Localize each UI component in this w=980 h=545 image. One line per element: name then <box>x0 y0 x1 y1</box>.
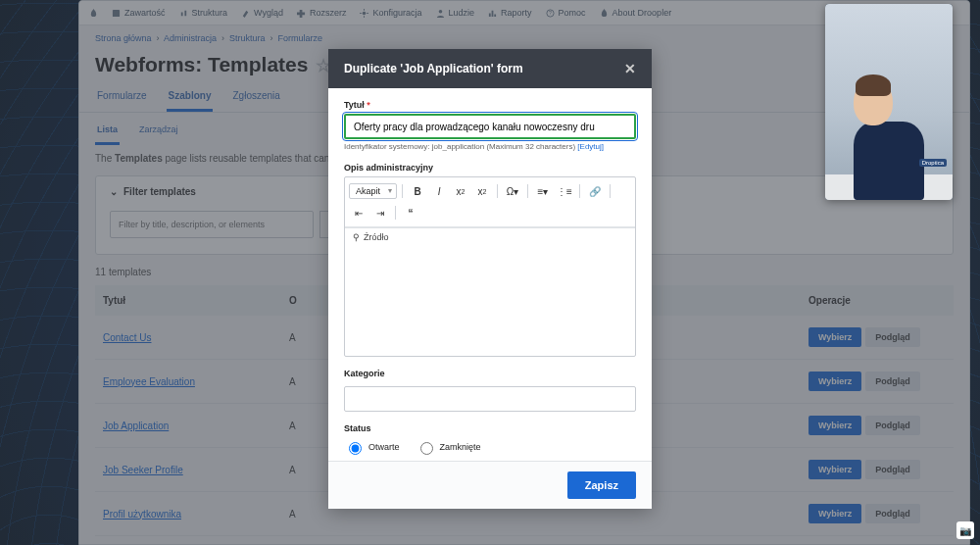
omega-icon[interactable]: Ω▾ <box>503 181 522 201</box>
machine-name-hint: Identyfikator systemowy: job_application… <box>344 142 636 151</box>
status-open-radio[interactable]: Otwarte <box>344 439 400 455</box>
quote-icon[interactable]: “ <box>401 203 420 223</box>
title-input[interactable] <box>344 114 636 139</box>
title-label: Tytuł * <box>344 100 636 110</box>
link-icon[interactable]: 🔗 <box>585 181 605 201</box>
categories-input[interactable] <box>344 386 636 412</box>
categories-label: Kategorie <box>344 369 636 378</box>
rte-toolbar: Akapit B I x2 x2 Ω▾ ≡▾ ⋮≡ 🔗 ⇤ ⇥ “ <box>345 177 635 227</box>
format-select[interactable]: Akapit <box>349 183 397 199</box>
numlist-icon[interactable]: ≡▾ <box>533 181 553 201</box>
rich-text-editor: Akapit B I x2 x2 Ω▾ ≡▾ ⋮≡ 🔗 ⇤ ⇥ “ <box>344 176 636 357</box>
camera-icon[interactable]: 📷 <box>956 521 974 539</box>
modal-title: Duplicate 'Job Application' form <box>344 62 523 75</box>
bold-icon[interactable]: B <box>408 181 427 201</box>
bullist-icon[interactable]: ⋮≡ <box>555 181 574 201</box>
status-closed-radio[interactable]: Zamknięte <box>416 439 481 455</box>
rte-textarea[interactable] <box>345 246 635 356</box>
edit-machine-name-link[interactable]: [Edytuj] <box>577 142 604 151</box>
shirt-logo: Droptica <box>919 159 947 167</box>
superscript-icon[interactable]: x2 <box>472 181 492 201</box>
code-icon: ⚲ <box>353 232 360 242</box>
source-button[interactable]: ⚲ Źródło <box>345 227 635 246</box>
duplicate-modal: Duplicate 'Job Application' form ✕ Tytuł… <box>328 49 652 509</box>
subscript-icon[interactable]: x2 <box>451 181 470 201</box>
italic-icon[interactable]: I <box>429 181 449 201</box>
indent-icon[interactable]: ⇥ <box>370 203 390 223</box>
modal-header: Duplicate 'Job Application' form ✕ <box>328 49 652 88</box>
status-label: Status <box>344 423 636 433</box>
close-icon[interactable]: ✕ <box>624 61 636 76</box>
save-button[interactable]: Zapisz <box>567 471 636 499</box>
outdent-icon[interactable]: ⇤ <box>349 203 368 223</box>
presenter-webcam: Droptica <box>825 4 953 200</box>
desc-label: Opis administracyjny <box>344 163 636 173</box>
